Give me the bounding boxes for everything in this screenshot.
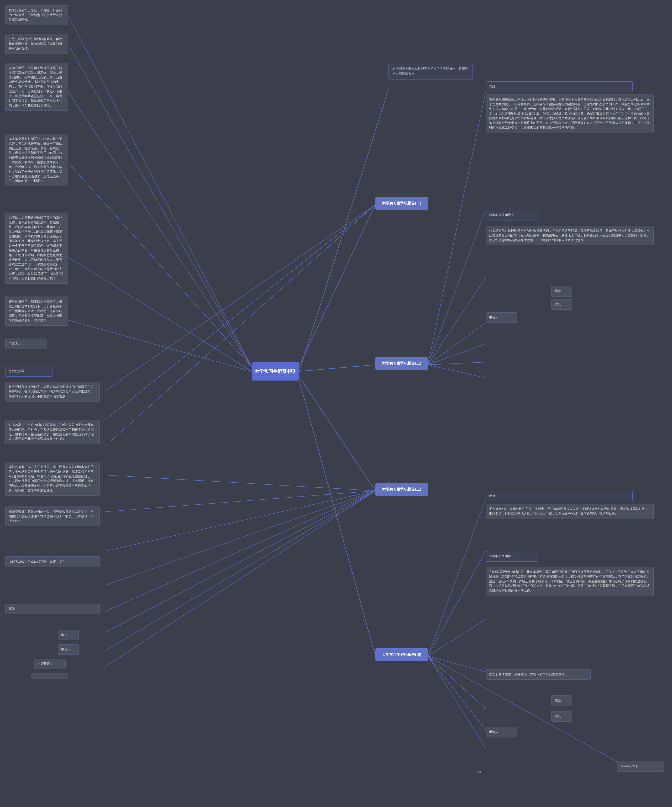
r1-main: 首先感谢您在百忙之中抽出时间阅读我的辞职书，我是怀着十分复杂的心情写这封辞职信的… [486, 95, 654, 133]
r1-end-text-content: 非常感谢你在这段时间里对我的教导和照顾，在公司的这段经历为我而言非常珍贵，将来无… [489, 229, 650, 242]
branch1-left-1: 首先我以我深深地歉意，坏着各其复杂而微微的心情写下了这份辞职信，假遗憾自己在这个… [5, 382, 100, 402]
intro-box: 树图网为大家收集整理了大学实习生辞职报告，希望能给大家提供参考！ [389, 63, 472, 80]
r2-greeting-text: 您好！ [489, 494, 499, 497]
branch3-jingli: 申请人： [58, 644, 79, 655]
branch3-left-3: 谨祝希达公司事业百尺竿头，更进一步！ [5, 556, 100, 567]
svg-line-33 [428, 656, 486, 709]
branch1-leader: 尊敬的领导： [5, 366, 53, 377]
svg-line-11 [105, 205, 375, 391]
branch3-congrats: 此致 [5, 604, 100, 614]
svg-line-35 [428, 656, 486, 748]
svg-line-34 [428, 656, 486, 730]
svg-line-14 [105, 475, 375, 491]
svg-line-6 [68, 45, 252, 367]
branch-node-3: 大学实习生辞职报告(三) [375, 483, 428, 496]
r1-greeting-text: 您好！ [489, 85, 499, 88]
r2-date: xxxx年x月x日 [617, 761, 664, 772]
r1-jingli: 敬礼 [551, 299, 572, 310]
branch-1-label: 大学实习生辞职报告(一) [382, 201, 421, 206]
svg-line-20 [105, 491, 375, 651]
intro-text: 树图网为大家收集整理了大学实习生辞职报告，希望能给大家提供参考！ [393, 67, 468, 76]
left-box-6-text: 开学的日子了，我要回到学校去了，根据公司的规章制度我下一步少要提前半个月提出辞职… [9, 300, 62, 322]
branch-2-label: 大学实习生辞职报告(二) [382, 361, 421, 366]
r2-greeting2: 尊敬的公司领导： [486, 551, 538, 561]
branch3-left-3-text: 谨祝希达公司事业百尺竿头，更进一步！ [9, 560, 65, 563]
branch3-sqr: 申请日期： [34, 659, 66, 669]
left-box-1: 我来到贵公司已经近一个月啦，可是我的业绩很差，不能给贵公司创造经济效益感到所惭愧… [5, 5, 68, 25]
svg-line-16 [105, 491, 375, 551]
branch3-bici-text: 敬礼！ [61, 633, 71, 636]
r2-end: 祝您们身体健康，事业顺心，并祝xx公司事业蓬勃发展。 [486, 669, 590, 680]
branch3-left-2: 很荣幸曾身为希达公司的一员，能有机会在这里工作学习，不知你们！重心说谢谢！对希达… [5, 506, 100, 526]
branch3-left-1-text: 非常的抱歉，实习了三个月里，我并没有为公司创造多大的价值，十分感谢公司三个多月以… [9, 465, 94, 492]
branch1-left-2-text: 时光若离，三个月的时间转眼即逝，在希达公司的工作使我真正从校园踏上了社会，在希达… [9, 423, 94, 440]
svg-line-8 [68, 163, 252, 367]
r1-bici: 此致 [551, 286, 572, 297]
svg-line-27 [428, 362, 486, 365]
r2-date-text: xxxx年x月x日 [620, 764, 639, 768]
r2-end-text: 祝您们身体健康，事业顺心，并祝xx公司事业蓬勃发展。 [489, 672, 568, 676]
svg-line-31 [428, 619, 486, 656]
footer-hia: HiA : [476, 770, 484, 774]
svg-line-13 [105, 205, 375, 446]
branch1-leader-text: 尊敬的领导： [9, 370, 28, 373]
r2-main: 工作近x年来，发现自己在工作、生活中，所学知识已有很多欠缺，不断进近社会发展的需… [486, 504, 654, 519]
left-box-3: 说句心里话，刚开始来到这里还是充满激情和新鲜的感觉，很新鲜、刺激，但得我兴旺，接… [5, 63, 68, 111]
center-node: 大学实习生辞职报告 [252, 362, 299, 380]
left-box-2: 首先，我很感谢公司对我的栽培，再次我也感谢让督对我的教诲和培训及和组长对我的关怀… [5, 34, 68, 54]
branch3-jingli-text: 申请人： [61, 648, 74, 651]
r1-end-greeting-text: 尊敬的公司领导： [489, 213, 514, 216]
svg-line-18 [105, 491, 375, 611]
left-box-2-text: 首先，我很感谢公司对我的栽培，再次我也感谢让督对我的教诲和培训及和组长对我的关怀… [9, 38, 62, 50]
r1-sqr-text: 申请人： [489, 316, 502, 319]
svg-line-32 [428, 656, 486, 672]
svg-line-9 [68, 257, 252, 371]
left-box-3-text: 说句心里话，刚开始来到这里还是充满激情和新鲜的感觉，很新鲜、刺激，但得我兴旺，接… [9, 66, 62, 107]
svg-line-28 [428, 365, 486, 378]
r2-greeting2-text: 尊敬的公司领导： [489, 555, 514, 558]
svg-line-29 [428, 499, 486, 656]
branch-node-1: 大学实习生辞职报告(一) [375, 197, 428, 210]
left-box-5: 说实话，尽管我逐渐适应了公司的工作流程，但我还是有过的没我不爱做销售，我的不喜欢… [5, 213, 68, 284]
r2-greeting: 您好！ [486, 491, 633, 501]
r2b-content: 在xxx公司近x年的时间里，我有幸得到了单位领导及同事们的细心指导及热情帮助，工… [489, 570, 650, 592]
branch-3-label: 大学实习生辞职报告(三) [382, 487, 421, 492]
r2-sqr-text: 申请人： [489, 731, 502, 734]
r2-jingli: 敬礼 [551, 711, 572, 722]
branch3-left-2-text: 很荣幸曾身为希达公司的一员，能有机会在这里工作学习，不知你们！重心说谢谢！对希达… [9, 510, 94, 523]
svg-line-7 [68, 92, 252, 367]
left-box-4-text: 本来这个暑假时间不长，出来说松一下也好，可我想找份事做，做做一下自己的社会成长社… [9, 137, 62, 183]
svg-line-22 [428, 92, 486, 365]
branch1-left-2: 时光若离，三个月的时间转眼即逝，在希达公司的工作使我真正从校园踏上了社会，在希达… [5, 420, 100, 444]
svg-line-4 [299, 380, 375, 656]
r2-bici-text: 此致 [555, 699, 561, 702]
branch3-bici: 敬礼！ [58, 630, 79, 640]
r2-bici: 此致 [551, 696, 572, 706]
left-box-4: 本来这个暑假时间不长，出来说松一下也好，可我想找份事做，做做一下自己的社会成长社… [5, 134, 68, 186]
r1-end-text: 非常感谢你在这段时间里对我的教导和照顾，在公司的这段经历为我而言非常珍贵，将来无… [486, 226, 654, 246]
branch3-congrats-text: 此致 [9, 607, 15, 610]
svg-line-19 [105, 491, 375, 633]
svg-line-10 [68, 320, 252, 371]
branch3-sqr-text: 申请日期： [38, 662, 53, 665]
r1-jingli-text: 敬礼 [555, 302, 561, 306]
left-box-5-text: 说实话，尽管我逐渐适应了公司的工作流程，但我还是有过的没我不爱做销售，我的不喜欢… [9, 216, 63, 280]
svg-line-3 [299, 377, 375, 491]
r2-jingli-text: 敬礼 [555, 715, 561, 718]
left-box-6b: 申请人： [5, 339, 47, 349]
r1-end-greeting: 尊敬的公司领导： [486, 210, 538, 221]
left-box-6: 开学的日子了，我要回到学校去了，根据公司的规章制度我下一步少要提前半个月提出辞职… [5, 297, 68, 326]
center-label: 大学实习生辞职报告 [254, 368, 297, 375]
svg-line-30 [428, 551, 486, 656]
r1-bici-text: 此致 [555, 289, 561, 292]
branch3-left-1: 非常的抱歉，实习了三个月里，我并没有为公司创造多大的价值，十分感谢公司三个多月以… [5, 462, 100, 496]
svg-line-17 [105, 491, 375, 585]
svg-line-1 [299, 205, 375, 366]
r2-main-text: 工作近x年来，发现自己在工作、生活中，所学知识已有很多欠缺，不断进近社会发展的需… [489, 507, 648, 515]
branch1-left-1-text: 首先我以我深深地歉意，坏着各其复杂而微微的心情写下了这份辞职信，假遗憾自己在这个… [9, 385, 94, 398]
r1-greeting: 您好！ [486, 81, 633, 92]
svg-line-0 [299, 89, 389, 371]
branch3-date [32, 673, 68, 679]
svg-line-12 [105, 205, 375, 420]
r2b-text: 在xxx公司近x年的时间里，我有幸得到了单位领导及同事们的细心指导及热情帮助，工… [486, 567, 654, 596]
